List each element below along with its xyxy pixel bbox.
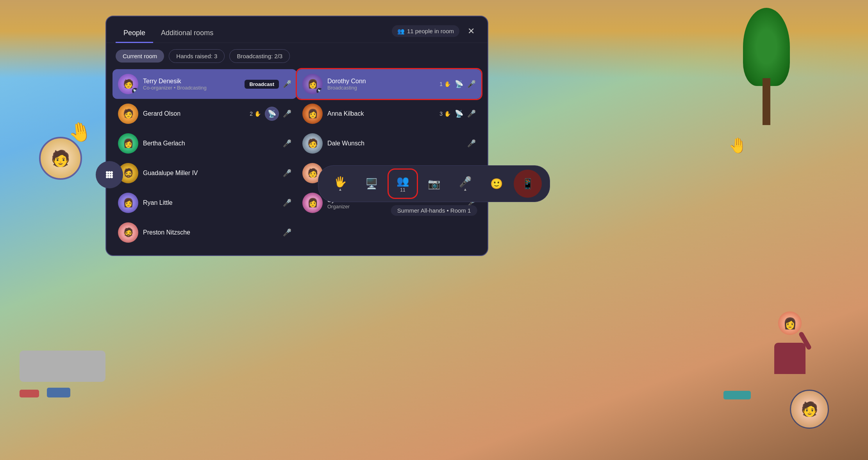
svg-point-1 [108, 171, 111, 174]
person-preston[interactable]: 🧔 Preston Nitzsche 🎤 [113, 218, 297, 247]
person-terry[interactable]: 🧑 📡 Terry Denesik Co-organizer • Broadca… [113, 69, 297, 99]
dale-mic-icon: 🎤 [467, 139, 476, 148]
dorothy-hand-count: 1 ✋ [439, 81, 451, 87]
gerard-hand-count: 2 ✋ [250, 111, 261, 117]
screen-share-icon: 🖥️ [365, 178, 378, 190]
panel-header: People Additional rooms 👥 11 people in r… [106, 16, 488, 43]
header-right: 👥 11 people in room ✕ [392, 24, 478, 38]
avatar-terry-status: 📡 [132, 88, 138, 94]
gerard-info: Gerard Olson [143, 110, 245, 117]
avatar-ryan: 👩 [118, 193, 138, 213]
anna-signal-icon: 📡 [455, 109, 463, 118]
cushion-teal [723, 391, 751, 399]
dorothy-actions: 1 ✋ 📡 🎤 [439, 80, 476, 88]
terry-broadcast-badge: Broadcast [245, 80, 279, 89]
close-button[interactable]: ✕ [464, 24, 478, 38]
guadalupe-actions: 🎤 [283, 169, 291, 177]
camera-button[interactable]: 📷 [420, 170, 448, 198]
room-info-label: Summer All-hands • Room 1 [397, 207, 471, 214]
terry-name: Terry Denesik [143, 78, 240, 85]
reactions-button[interactable]: 🙂 [482, 170, 511, 198]
people-count-icon: 👥 [397, 27, 405, 34]
svg-point-2 [111, 171, 113, 174]
preston-name: Preston Nitzsche [143, 229, 278, 236]
reactions-icon: 🙂 [490, 178, 503, 190]
bertha-mic-icon: 🎤 [283, 139, 291, 148]
apps-icon [104, 169, 115, 180]
avatar-dorothy-status: 📡 [316, 88, 323, 94]
guadalupe-name: Guadalupe Miller IV [143, 170, 278, 177]
gerard-name: Gerard Olson [143, 110, 245, 117]
ryan-name: Ryan Little [143, 199, 278, 206]
anna-actions: 3 ✋ 📡 🎤 [439, 109, 476, 118]
mic-icon: 🎤 [459, 176, 472, 188]
person-dorothy[interactable]: 👩 📡 Dorothy Conn Broadcasting 1 ✋ 📡 🎤 [297, 69, 481, 99]
more-button[interactable]: 📱 [514, 170, 542, 198]
gerard-hand-count-num: 2 [250, 111, 253, 117]
terry-mic-icon: 🎤 [283, 80, 291, 88]
avatar-bottom-right-emoji: 🧑 [801, 401, 818, 417]
people-button[interactable]: 👥 11 [389, 170, 417, 198]
person-bertha[interactable]: 👩 Bertha Gerlach 🎤 [113, 129, 297, 158]
avatar-anna: 👩 [302, 104, 323, 124]
anna-hand-count: 3 ✋ [439, 111, 451, 117]
svg-point-0 [106, 171, 108, 174]
svg-point-6 [106, 176, 108, 178]
main-panel: People Additional rooms 👥 11 people in r… [105, 16, 488, 256]
svg-point-7 [108, 176, 111, 178]
person-dale[interactable]: 🧑 Dale Wunsch 🎤 [297, 129, 481, 158]
more-icon: 📱 [522, 178, 534, 190]
hand-wave-right: 🤚 [729, 137, 747, 154]
avatar-dale: 🧑 [302, 133, 323, 154]
person-guadalupe[interactable]: 🧔 Guadalupe Miller IV 🎤 [113, 158, 297, 188]
cushion-red [20, 390, 39, 397]
hand-wave-left: 🤚 [67, 119, 94, 145]
char-right-head: 👩 [778, 311, 802, 335]
person-ryan[interactable]: 👩 Ryan Little 🎤 [113, 188, 297, 218]
tree-trunk [763, 78, 770, 125]
mic-button[interactable]: 🎤 ▲ [451, 170, 479, 198]
char-right-body [774, 343, 805, 374]
avatar-bottom-right: 🧑 [790, 390, 829, 429]
people-count-text: 11 people in room [407, 28, 454, 34]
filter-hands-raised[interactable]: Hands raised: 3 [169, 49, 225, 63]
dorothy-mic-icon: 🎤 [467, 80, 476, 88]
dorothy-hand-emoji: ✋ [444, 81, 451, 87]
preston-info: Preston Nitzsche [143, 229, 278, 236]
svg-point-3 [106, 174, 108, 176]
ryan-info: Ryan Little [143, 199, 278, 206]
filter-current-room[interactable]: Current room [116, 50, 164, 63]
filter-broadcasting[interactable]: Broadcasting: 2/3 [229, 49, 290, 63]
terry-info: Terry Denesik Co-organizer • Broadcastin… [143, 78, 240, 91]
avatar-bertha: 👩 [118, 133, 138, 154]
close-icon: ✕ [468, 26, 475, 36]
person-gerard[interactable]: 🧑 Gerard Olson 2 ✋ 📡 🎤 [113, 99, 297, 129]
screen-share-button[interactable]: 🖥️ [357, 170, 386, 198]
terry-role: Co-organizer • Broadcasting [143, 85, 240, 91]
ryan-actions: 🎤 [283, 199, 291, 207]
tab-additional-rooms[interactable]: Additional rooms [153, 24, 221, 43]
svg-point-4 [108, 174, 111, 176]
room-info-badge: Summer All-hands • Room 1 [391, 205, 477, 216]
guadalupe-mic-icon: 🎤 [283, 169, 291, 177]
svg-point-8 [111, 176, 113, 178]
avatar-terry: 🧑 📡 [118, 74, 138, 94]
gerard-actions: 2 ✋ 📡 🎤 [250, 107, 291, 121]
guadalupe-info: Guadalupe Miller IV [143, 170, 278, 177]
filter-row: Current room Hands raised: 3 Broadcastin… [106, 43, 488, 69]
people-count-pill: 👥 11 people in room [392, 25, 459, 37]
person-anna[interactable]: 👩 Anna Kilback 3 ✋ 📡 🎤 [297, 99, 481, 129]
apps-button[interactable] [96, 161, 123, 188]
anna-mic-icon: 🎤 [467, 109, 476, 118]
dorothy-hand-count-num: 1 [439, 81, 443, 87]
terry-actions: Broadcast 🎤 [245, 80, 291, 89]
raise-hand-button[interactable]: 🖐 ▲ [326, 170, 354, 198]
avatar-left-emoji: 🧑 [51, 149, 70, 168]
avatar-gerard: 🧑 [118, 104, 138, 124]
tree-crown [743, 8, 790, 86]
gerard-cast-button[interactable]: 📡 [265, 107, 279, 121]
tab-people[interactable]: People [116, 24, 153, 43]
svg-point-5 [111, 174, 113, 176]
raise-hand-chevron: ▲ [338, 187, 342, 192]
sofa [20, 351, 105, 382]
